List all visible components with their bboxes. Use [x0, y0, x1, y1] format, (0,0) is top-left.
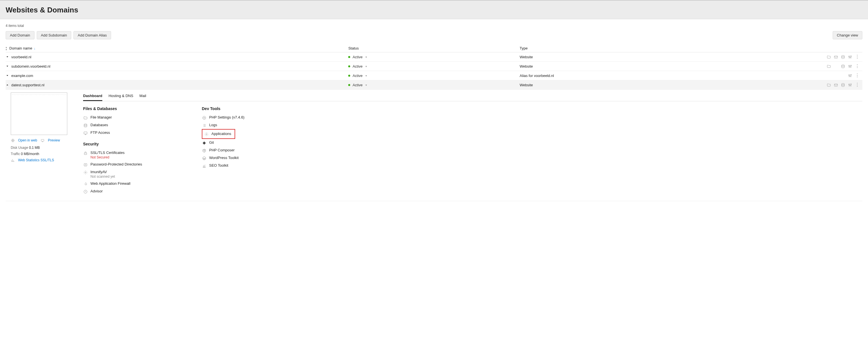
sliders-icon[interactable]	[848, 55, 852, 59]
sliders-icon[interactable]	[848, 64, 852, 68]
status-dot-icon	[348, 56, 350, 58]
password-protected-dirs-link[interactable]: Password-Protected Directories	[83, 161, 168, 168]
domain-name: datest.supporttest.nl	[11, 83, 44, 87]
ssl-certificates-link[interactable]: SSL/TLS Certificates Not Secured	[83, 149, 168, 161]
column-type[interactable]: Type	[520, 46, 777, 50]
sort-indicator: ↓	[34, 47, 36, 50]
page-title: Websites & Domains	[6, 6, 862, 14]
mail-icon[interactable]	[834, 55, 838, 59]
status-cell[interactable]: Active ▾	[348, 83, 520, 87]
disk-usage-stat: Disk Usage 0.1 MB	[11, 146, 73, 150]
tab-mail[interactable]: Mail	[140, 92, 146, 101]
ftp-access-link[interactable]: FTP Access	[83, 129, 168, 137]
add-subdomain-button[interactable]: Add Subdomain	[37, 31, 71, 39]
kebab-menu-icon[interactable]: ⋮	[855, 55, 860, 59]
ssl-status-label: Not Secured	[90, 155, 125, 159]
folder-icon[interactable]	[827, 83, 831, 87]
dev-tools-section-title: Dev Tools	[202, 106, 287, 111]
tab-hosting-dns[interactable]: Hosting & DNS	[108, 92, 133, 101]
git-link[interactable]: Git	[202, 139, 287, 147]
php-settings-link[interactable]: PHP Settings (v7.4.6)	[202, 114, 287, 121]
gear-icon	[83, 170, 88, 175]
flame-icon	[83, 182, 88, 186]
domain-name: voorbeeld.nl	[11, 55, 31, 59]
open-in-web-link[interactable]: Open in web	[18, 138, 37, 142]
kebab-menu-icon[interactable]: ⋮	[855, 73, 860, 78]
status-cell[interactable]: Active ▾	[348, 55, 520, 59]
type-cell: Website	[520, 64, 777, 68]
column-status[interactable]: Status	[348, 46, 520, 50]
table-row[interactable]: example.com Active ▾ Alias for voorbeeld…	[6, 71, 862, 80]
traffic-stat: Traffic 0 MB/month	[11, 152, 73, 156]
file-manager-link[interactable]: File Manager	[83, 114, 168, 121]
imunify-status-label: Not scanned yet	[90, 175, 115, 178]
lock-icon	[83, 151, 88, 155]
add-domain-button[interactable]: Add Domain	[6, 31, 34, 39]
tab-dashboard[interactable]: Dashboard	[83, 92, 102, 101]
status-dot-icon	[348, 65, 350, 67]
gear-icon	[204, 132, 209, 136]
mail-icon[interactable]	[834, 83, 838, 87]
status-caret-icon: ▾	[366, 74, 367, 77]
php-icon	[202, 115, 206, 120]
globe-icon	[11, 138, 15, 142]
status-dot-icon	[348, 84, 350, 86]
applications-highlight: Applications	[202, 129, 235, 139]
list-icon	[202, 123, 206, 127]
key-icon	[83, 163, 88, 167]
database-icon[interactable]	[841, 64, 845, 68]
database-icon[interactable]	[841, 55, 845, 59]
table-row[interactable]: voorbeeld.nl Active ▾ Website ⋮	[6, 52, 862, 62]
seo-toolkit-link[interactable]: SEO Toolkit	[202, 162, 287, 170]
wordpress-toolkit-link[interactable]: WordPress Toolkit	[202, 154, 287, 162]
change-view-button[interactable]: Change view	[833, 31, 862, 39]
domain-name: example.com	[11, 74, 33, 78]
files-databases-section-title: Files & Databases	[83, 106, 168, 111]
domain-name: subdomein.voorbeeld.nl	[11, 64, 50, 68]
wordpress-icon	[202, 156, 206, 161]
domain-detail-panel: Open in web Preview Disk Usage 0.1 MB Tr…	[6, 90, 862, 201]
advisor-link[interactable]: Advisor	[83, 187, 168, 195]
status-caret-icon: ▾	[366, 65, 367, 68]
kebab-menu-icon[interactable]: ⋮	[855, 83, 860, 87]
column-domain-name[interactable]: ▾▴ Domain name ↓	[6, 46, 348, 50]
status-dot-icon	[348, 75, 350, 77]
status-caret-icon: ▾	[366, 84, 367, 87]
folder-icon	[83, 115, 88, 120]
php-composer-link[interactable]: PHP Composer	[202, 147, 287, 154]
package-icon	[202, 148, 206, 153]
status-caret-icon: ▾	[366, 55, 367, 59]
security-section-title: Security	[83, 142, 168, 146]
status-cell[interactable]: Active ▾	[348, 74, 520, 78]
type-cell: Website	[520, 55, 777, 59]
databases-link[interactable]: Databases	[83, 121, 168, 129]
folder-icon[interactable]	[827, 55, 831, 59]
type-cell: Website	[520, 83, 777, 87]
items-total-label: 4 items total	[6, 24, 862, 28]
screen-icon	[40, 138, 44, 142]
site-preview-thumbnail[interactable]	[11, 92, 67, 135]
database-icon	[83, 123, 88, 127]
logs-link[interactable]: Logs	[202, 121, 287, 129]
advisor-icon	[83, 189, 88, 194]
chart-icon	[202, 164, 206, 168]
imunifyav-link[interactable]: ImunifyAV Not scanned yet	[83, 168, 168, 180]
chevron-up-icon[interactable]	[6, 83, 9, 87]
waf-link[interactable]: Web Application Firewall	[83, 180, 168, 187]
folder-icon[interactable]	[827, 64, 831, 68]
preview-link[interactable]: Preview	[48, 138, 60, 142]
type-cell: Alias for voorbeeld.nl	[520, 74, 777, 78]
kebab-menu-icon[interactable]: ⋮	[855, 64, 860, 68]
screen-icon	[83, 131, 88, 135]
applications-link[interactable]: Applications	[203, 130, 232, 138]
table-row[interactable]: datest.supporttest.nl Active ▾ Website ⋮	[6, 80, 862, 90]
bars-icon	[11, 158, 15, 162]
add-domain-alias-button[interactable]: Add Domain Alias	[73, 31, 111, 39]
table-row[interactable]: subdomein.voorbeeld.nl Active ▾ Website …	[6, 62, 862, 71]
git-icon	[202, 141, 206, 145]
web-statistics-link[interactable]: Web Statistics SSL/TLS	[18, 158, 54, 162]
status-cell[interactable]: Active ▾	[348, 64, 520, 68]
sliders-icon[interactable]	[848, 83, 852, 87]
sliders-icon[interactable]	[848, 74, 852, 78]
database-icon[interactable]	[841, 83, 845, 87]
